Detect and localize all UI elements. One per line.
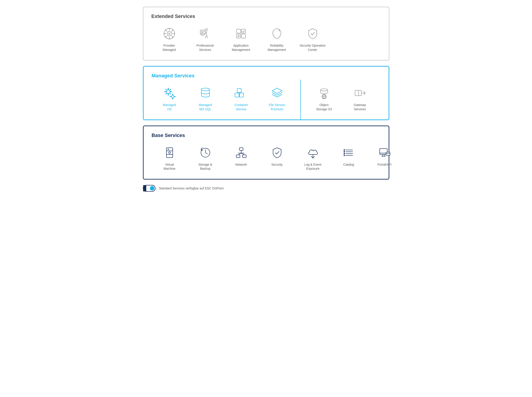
shield-icon [270,145,284,160]
svg-point-19 [206,28,208,31]
service-managed-ms-sql: ManagedMS SQL [187,86,223,112]
database-icon [198,86,212,100]
svg-point-45 [320,89,328,91]
page-wrapper: Extended Services [143,7,389,192]
svg-point-55 [169,152,170,154]
svg-rect-33 [242,34,246,38]
service-managed-os: ManagedOS [152,86,187,112]
security-operation-center-label: Security OperationCenter [300,43,326,52]
svg-point-13 [163,33,165,34]
extended-services-title: Extended Services [151,13,381,19]
svg-line-64 [238,153,241,155]
gateway-services-label: GatewayServices [354,103,366,112]
svg-line-26 [203,34,205,36]
svg-point-15 [165,30,166,31]
svg-marker-44 [272,88,282,93]
svg-point-11 [169,28,170,29]
svg-rect-41 [237,88,241,93]
clock-arrow-icon [198,145,212,160]
service-professional-services: ProfessionalServices [187,26,223,52]
svg-point-16 [172,37,173,38]
svg-rect-39 [235,93,239,97]
svg-point-36 [166,90,170,93]
virtual-machine-label: VirtualMachine [163,162,175,171]
svg-rect-30 [236,29,241,33]
managed-os-label: ManagedOS [163,103,176,112]
svg-point-38 [201,88,209,91]
legend-toggle-icon [143,185,156,192]
service-provider-managed: ProviderManaged [151,26,187,52]
svg-rect-52 [166,148,173,158]
service-storage-backup: Storage &Backup [187,145,223,171]
svg-point-17 [172,30,173,31]
legend: Standard Services verfügbar auf ESC OnPr… [143,185,389,192]
shield-check-icon [306,26,320,41]
professional-services-label: ProfessionalServices [196,43,214,52]
gear-settings-icon [162,86,177,100]
cloud-down-icon [306,145,320,160]
svg-point-73 [344,151,345,152]
svg-line-59 [206,153,208,154]
section-base: Base Services VirtualMachine [143,125,389,180]
svg-point-37 [171,95,174,98]
service-log-event-exposure: Log & EventExposure [295,145,331,171]
network-tree-icon [234,145,248,160]
svg-line-25 [200,34,203,36]
svg-point-72 [344,149,345,150]
svg-point-75 [344,155,345,156]
base-services-title: Base Services [152,132,381,138]
containers-icon [234,86,248,100]
service-reliability-management: ReliabilityManagement [259,26,295,52]
gateway-icon [353,86,367,100]
db-globe-icon [317,86,331,100]
service-virtual-machine: VirtualMachine [152,145,187,171]
service-security-operation-center: Security OperationCenter [295,26,331,52]
service-gateway-services: GatewayServices [342,86,378,112]
service-network: Network [223,145,259,171]
extended-items-grid: ProviderManaged [151,26,381,52]
managed-section-divider [300,80,301,119]
portal-icon [377,145,392,160]
network-label: Network [236,162,247,167]
server-icon [162,145,177,160]
security-label: Security [271,162,283,167]
svg-line-22 [205,35,206,38]
app-mgmt-icon [234,26,248,41]
reliability-management-label: ReliabilityManagement [268,43,286,52]
svg-point-18 [165,37,166,38]
section-managed: Managed Services [143,66,389,120]
log-event-exposure-label: Log & EventExposure [304,162,321,171]
list-lines-icon [342,145,356,160]
svg-point-12 [169,38,170,39]
service-security: Security [259,145,295,171]
svg-rect-40 [239,93,243,97]
service-object-storage-s3: ObjectStorage S3 [306,86,342,112]
svg-point-14 [174,33,175,34]
svg-rect-60 [239,148,243,150]
helm-icon [162,26,176,41]
svg-point-0 [167,31,172,36]
storage-backup-label: Storage &Backup [198,162,212,171]
svg-line-65 [241,153,244,155]
service-application-management: ApplicationManagement [223,26,259,52]
managed-ms-sql-label: ManagedMS SQL [199,103,212,112]
svg-line-79 [384,155,385,156]
svg-line-23 [206,35,208,38]
section-extended: Extended Services [143,7,389,61]
layers-icon [270,86,284,100]
base-items-grid: VirtualMachine Storage &Ba [152,145,381,171]
svg-rect-61 [236,155,240,158]
container-service-label: ContainerService [234,103,248,112]
managed-services-title: Managed Services [152,73,381,79]
application-management-label: ApplicationManagement [232,43,250,52]
portal-api-label: Portal/API [377,162,392,167]
carabiner-icon [270,26,284,41]
svg-rect-49 [355,90,361,96]
svg-line-78 [382,155,383,156]
managed-items-grid: ManagedOS ManagedMS SQL [152,86,381,112]
svg-point-1 [169,33,170,34]
svg-rect-31 [242,29,246,33]
service-file-service-premium: File ServicePremium [259,86,295,112]
presenter-icon [198,26,212,41]
service-container-service: ContainerService [223,86,259,112]
